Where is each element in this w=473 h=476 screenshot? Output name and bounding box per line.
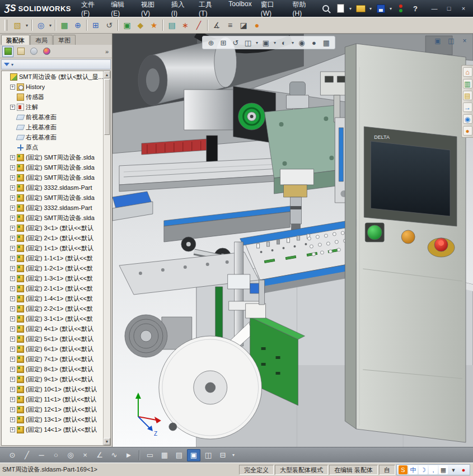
task-pane-icon[interactable]: ◉ [463, 114, 472, 124]
tree-item[interactable]: +(固定) 1-1<1> (默认<<默 [2, 253, 103, 263]
large-assembly-mode-toggle[interactable]: 大型装配体模式 [275, 465, 328, 475]
view-tool-icon[interactable]: ▦ [321, 39, 332, 47]
tree-item[interactable]: SMT周边设备 (默认<默认_显... [2, 72, 103, 82]
panel-tab[interactable]: 装配体 [1, 35, 30, 45]
tree-item[interactable]: +(固定) 13<1> (默认<<默认 [2, 414, 103, 424]
tree-item[interactable]: +(固定) 3<1> (默认<<默认 [2, 223, 103, 233]
toolbar-icon[interactable]: ▣ [120, 19, 134, 31]
tree-item[interactable]: +(固定) SMT周边设备.slda [2, 193, 103, 203]
tape-reel[interactable] [159, 336, 262, 439]
panel-tab[interactable]: 布局 [30, 35, 53, 45]
tree-item[interactable]: +(固定) 1-4<1> (默认<<默 [2, 293, 103, 304]
3d-model-scene[interactable]: DELTA Z [113, 34, 473, 447]
tree-item[interactable]: +(固定) 11<1> (默认<<默认 [2, 394, 103, 404]
tree-item[interactable]: +(固定) 2-1<1> (默认<<默 [2, 283, 103, 293]
sketch-tool-icon[interactable]: ○ [49, 449, 63, 461]
tree-item[interactable]: 前视基准面 [2, 112, 103, 122]
sketch-tool-icon[interactable]: ◫ [202, 449, 215, 461]
minimize-button[interactable]: — [427, 3, 442, 14]
expand-toggle[interactable]: + [10, 256, 15, 261]
expand-toggle[interactable]: + [10, 105, 15, 110]
emergency-stop-button[interactable] [428, 238, 455, 257]
view-tool-icon[interactable]: ▾ [273, 40, 277, 45]
sketch-tool-icon[interactable]: ▾ [231, 449, 236, 461]
toolbar-icon[interactable]: ⊕ [71, 19, 85, 31]
tree-item[interactable]: +(固定) 2-2<1> (默认<<默 [2, 304, 103, 314]
toolbar-icon[interactable] [55, 20, 56, 31]
display-manager-icon[interactable] [41, 46, 52, 57]
expand-toggle[interactable]: + [10, 306, 15, 311]
configuration-manager-icon[interactable] [28, 46, 39, 57]
expand-toggle[interactable]: + [10, 377, 15, 382]
view-tool-icon[interactable]: ▾ [255, 40, 259, 45]
sketch-tool-icon[interactable]: ⊙ [6, 449, 19, 461]
toolbar-icon[interactable]: ◎ [34, 19, 48, 31]
tree-item[interactable]: +(固定) 1<1> (默认<<默认 [2, 243, 103, 253]
tree-item[interactable]: +(固定) 7<1> (默认<<默认 [2, 354, 103, 364]
toolbar-icon[interactable]: ╱ [192, 19, 205, 31]
tree-item[interactable]: +(固定) 6<1> (默认<<默认 [2, 344, 103, 354]
task-pane-icon[interactable]: ▥ [463, 79, 472, 88]
tree-item[interactable]: +(固定) 12<1> (默认<<默认 [2, 404, 103, 414]
control-cabinet[interactable]: DELTA [345, 44, 466, 442]
language-bar-icon[interactable]: 中 [409, 465, 418, 474]
sketch-tool-icon[interactable] [139, 450, 140, 460]
expand-toggle[interactable]: + [10, 216, 15, 221]
view-tool-icon[interactable]: ↺ [230, 39, 241, 47]
tree-item[interactable]: 传感器 [2, 92, 103, 102]
toolbar-icon[interactable]: ◆ [134, 19, 147, 31]
titlebar-button[interactable] [319, 2, 333, 15]
expand-toggle[interactable]: + [10, 206, 15, 211]
sketch-tool-icon[interactable]: ▭ [143, 449, 157, 461]
feature-manager-icon[interactable] [2, 46, 13, 57]
tree-item[interactable]: +(固定) 3-1<1> (默认<<默 [2, 314, 103, 324]
panel-tab[interactable]: 草图 [53, 35, 76, 45]
expand-toggle[interactable]: + [10, 296, 15, 301]
tree-item[interactable]: +(固定) 5<1> (默认<<默认 [2, 334, 103, 344]
toolbar-icon[interactable] [207, 20, 208, 31]
sketch-tool-icon[interactable]: ▦ [158, 449, 171, 461]
toolbar-icon[interactable]: ∡ [210, 19, 223, 31]
sketch-tool-icon[interactable]: ◎ [64, 449, 77, 461]
close-button[interactable]: × [456, 3, 471, 14]
toolbar-icon[interactable]: ↺ [102, 19, 116, 31]
titlebar-button[interactable]: ? [408, 2, 423, 15]
view-tool-icon[interactable]: ◫ [242, 39, 254, 47]
tree-item[interactable]: +(固定) 2<1> (默认<<默认 [2, 233, 103, 243]
restore-window-icon[interactable]: ▣ [433, 36, 443, 46]
tree-item[interactable]: +(固定) 3332.sldasm-Part [2, 183, 103, 193]
language-bar-icon[interactable]: ☽ [419, 465, 428, 474]
tree-item[interactable]: +(固定) SMT周边设备.slda [2, 172, 103, 183]
titlebar-button[interactable] [373, 2, 388, 15]
toolbar-icon[interactable] [86, 20, 87, 31]
titlebar-button[interactable]: ▾ [388, 2, 394, 15]
language-bar-icon[interactable]: , [429, 465, 438, 474]
maximize-button[interactable]: □ [442, 3, 456, 14]
expand-toggle[interactable]: + [10, 337, 15, 342]
task-pane-icon[interactable]: ● [463, 126, 472, 136]
toolbar-icon[interactable]: ▤ [165, 19, 179, 31]
task-pane-icon[interactable]: ⌂ [463, 67, 472, 77]
view-tool-icon[interactable]: ▣ [260, 39, 271, 47]
titlebar-button[interactable] [353, 2, 368, 15]
sketch-tool-icon[interactable]: × [78, 449, 92, 461]
view-tool-icon[interactable]: ⊞ [218, 39, 229, 47]
expand-toggle[interactable]: + [10, 316, 15, 321]
scroll-up-arrow[interactable]: ▲ [104, 71, 110, 78]
panel-overflow-chevron[interactable]: » [105, 48, 110, 55]
green-start-button[interactable] [367, 225, 382, 240]
tree-item[interactable]: +(固定) 8<1> (默认<<默认 [2, 364, 103, 374]
expand-toggle[interactable]: + [10, 276, 15, 281]
hmi-screen[interactable] [371, 141, 450, 216]
sketch-tool-icon[interactable]: ─ [35, 449, 48, 461]
view-tool-icon[interactable]: ⊕ [205, 39, 217, 47]
expand-toggle[interactable]: + [10, 357, 15, 362]
filter-caret-icon[interactable]: ▾ [11, 62, 13, 67]
tree-item[interactable]: +(固定) 1-2<1> (默认<<默 [2, 263, 103, 273]
view-tool-icon[interactable]: ◉ [296, 39, 307, 47]
property-manager-icon[interactable] [15, 46, 26, 57]
tree-item[interactable]: 上视基准面 [2, 122, 103, 132]
tree-item[interactable]: +(固定) SMT周边设备.slda [2, 213, 103, 223]
orange-button[interactable] [401, 230, 415, 244]
tree-item[interactable]: 右视基准面 [2, 132, 103, 142]
